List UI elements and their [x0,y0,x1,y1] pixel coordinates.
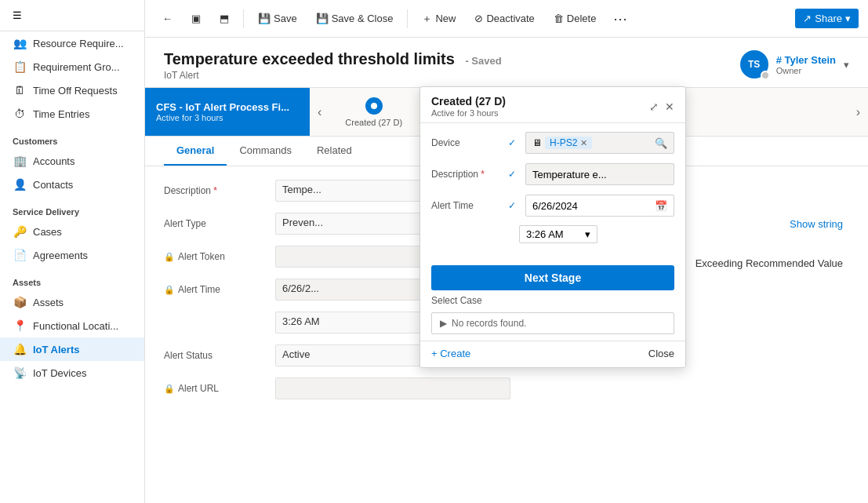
form-label-alert-url: 🔒Alert URL [164,383,266,394]
form-row-alert-url: 🔒Alert URL [164,377,849,400]
expand-button[interactable]: ⬒ [212,9,237,28]
exceeding-label: Exceeding Recommended Value [695,257,843,269]
form-icon: ▣ [191,13,201,24]
owner-chevron-icon[interactable]: ▾ [844,59,849,71]
sidebar-menu-icon[interactable]: ☰ [0,0,144,31]
sidebar-item-accounts[interactable]: 🏢 Accounts [0,149,144,173]
popup-title: Created (27 D) [431,95,506,108]
main-content: ← ▣ ⬒ 💾 Save 💾 Save & Close ＋ New ⊘ Deac… [145,0,868,503]
toolbar-divider-2 [407,9,408,28]
process-nav-right[interactable]: › [848,88,868,136]
record-title-area: Temperature exceeded threshold limits - … [164,50,502,81]
sidebar-item-label: Accounts [33,155,74,167]
assets-icon: 📦 [13,296,27,308]
record-header: Temperature exceeded threshold limits - … [145,38,868,88]
popup-field-description: Description ✓ Temperature e... [431,162,674,186]
tab-commands[interactable]: Commands [227,137,303,166]
popup-value-description[interactable]: Temperature e... [525,163,674,185]
device-tag: H-PS2 ✕ [545,137,592,149]
form-label-alert-type: Alert Type [164,218,266,229]
share-chevron-icon: ▾ [845,13,851,24]
create-button[interactable]: + Create [431,348,470,359]
sidebar: ☰ 👥 Resource Require... 📋 Requirement Gr… [0,0,145,503]
popup-value-device[interactable]: 🖥 H-PS2 ✕ 🔍 [525,132,674,154]
popup-header: Created (27 D) Active for 3 hours ⤢ ✕ [420,87,685,123]
toolbar-divider-1 [243,9,244,28]
step-label-created: Created (27 D) [345,118,402,127]
popup-value-date[interactable]: 6/26/2024 📅 [525,195,674,217]
deactivate-icon: ⊘ [474,13,483,24]
sidebar-item-time-off[interactable]: 🗓 Time Off Requests [0,78,144,102]
requirement-icon: 📋 [13,60,27,73]
popup-icons: ⤢ ✕ [649,100,674,113]
sidebar-item-cases[interactable]: 🔑 Cases [0,220,144,243]
lock-icon-token: 🔒 [164,252,175,261]
calendar-icon[interactable]: 📅 [655,200,667,212]
process-nav-left[interactable]: ‹ [310,88,329,136]
save-close-icon: 💾 [316,13,329,24]
toolbar: ← ▣ ⬒ 💾 Save 💾 Save & Close ＋ New ⊘ Deac… [145,0,868,38]
tab-general[interactable]: General [164,137,227,166]
form-view-button[interactable]: ▣ [183,9,209,28]
popup-field-device: Device ✓ 🖥 H-PS2 ✕ 🔍 [431,131,674,155]
popup-label-description: Description [431,169,502,180]
close-button[interactable]: Close [648,348,674,359]
sidebar-item-label: IoT Alerts [33,344,79,355]
time-section: 3:26 AM ▾ [431,225,674,243]
popup-close-button[interactable]: ✕ [665,100,674,113]
more-options-button[interactable]: ⋯ [607,6,634,31]
save-close-button[interactable]: 💾 Save & Close [308,9,401,28]
next-stage-button[interactable]: Next Stage [431,265,674,290]
device-search-icon[interactable]: 🔍 [655,137,667,149]
sidebar-item-label: Assets [33,297,64,308]
new-label: New [435,13,456,24]
sidebar-section-customers: Customers [0,130,144,149]
check-icon-device: ✓ [508,137,519,148]
record-title: Temperature exceeded threshold limits - … [164,50,502,68]
share-button[interactable]: ↗ Share ▾ [795,9,859,28]
contacts-icon: 👤 [13,178,27,191]
save-close-label: Save & Close [332,13,394,24]
show-string-link[interactable]: Show string [790,218,843,230]
sidebar-item-label: Resource Require... [33,38,124,49]
device-tag-remove[interactable]: ✕ [580,138,587,148]
sidebar-item-resource-req[interactable]: 👥 Resource Require... [0,31,144,55]
form-value-alert-url [275,377,510,399]
popup-expand-button[interactable]: ⤢ [649,100,659,113]
select-case-dropdown: ▶ No records found. [431,312,674,334]
sidebar-item-assets[interactable]: 📦 Assets [0,290,144,314]
sidebar-item-iot-alerts[interactable]: 🔔 IoT Alerts [0,337,144,361]
time-value: 3:26 AM [526,228,564,240]
sidebar-item-requirement-grp[interactable]: 📋 Requirement Gro... [0,55,144,78]
sidebar-item-iot-devices[interactable]: 📡 IoT Devices [0,361,144,385]
popup-footer: Next Stage Select Case ▶ No records foun… [420,259,685,341]
save-button[interactable]: 💾 Save [250,9,305,28]
popup-field-alert-time: Alert Time ✓ 6/26/2024 📅 [431,194,674,217]
new-icon: ＋ [422,12,432,26]
process-active-stage[interactable]: CFS - IoT Alert Process Fi... Active for… [145,88,310,136]
delete-button[interactable]: 🗑 Delete [546,9,605,28]
sidebar-item-time-entries[interactable]: ⏱ Time Entries [0,102,144,126]
step-created[interactable]: Created (27 D) [345,97,402,127]
popup-label-device: Device [431,137,502,148]
sidebar-item-contacts[interactable]: 👤 Contacts [0,173,144,196]
time-entries-icon: ⏱ [13,108,27,120]
form-label-description: Description [164,185,266,196]
iot-devices-icon: 📡 [13,366,27,379]
sidebar-item-agreements[interactable]: 📄 Agreements [0,243,144,267]
back-icon: ← [162,13,173,24]
sidebar-item-functional-loc[interactable]: 📍 Functional Locati... [0,314,144,337]
deactivate-button[interactable]: ⊘ Deactivate [467,9,542,28]
step-circle-created [365,97,383,115]
resource-icon: 👥 [13,37,27,49]
owner-area: TS # Tyler Stein Owner ▾ [740,50,849,78]
popup-create-close: + Create Close [420,341,685,367]
date-value: 6/26/2024 [532,200,578,212]
sidebar-section-service: Service Delivery [0,201,144,220]
new-button[interactable]: ＋ New [414,8,463,30]
time-dropdown[interactable]: 3:26 AM ▾ [519,225,597,243]
tab-related[interactable]: Related [304,137,365,166]
back-button[interactable]: ← [154,9,180,28]
popup-body: Device ✓ 🖥 H-PS2 ✕ 🔍 Des [420,123,685,259]
owner-name[interactable]: # Tyler Stein [776,54,836,66]
